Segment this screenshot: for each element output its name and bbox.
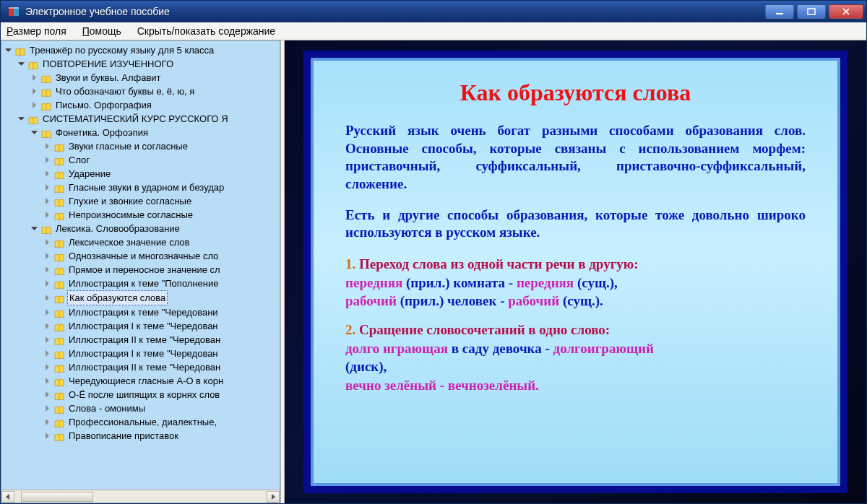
tree-label: Иллюстрация к теме "Пополнение [67, 277, 220, 290]
tree-item[interactable]: Слова - омонимы [43, 401, 280, 415]
tree-item[interactable]: Как образуются слова [43, 290, 280, 305]
maximize-button[interactable] [797, 4, 826, 19]
book-icon [15, 46, 25, 55]
h-scrollbar[interactable] [1, 490, 280, 503]
expand-icon[interactable] [30, 129, 38, 136]
menu-toggle[interactable]: Скрыть/показать содержание [137, 25, 275, 37]
tree-item[interactable]: Непроизносимые согласные [43, 208, 280, 222]
menu-help[interactable]: Помощь [82, 25, 121, 37]
expand-icon[interactable] [43, 432, 51, 440]
expand-icon[interactable] [30, 87, 38, 95]
tree-item[interactable]: Звуки и буквы. Алфавит [30, 71, 280, 84]
expand-icon[interactable] [17, 60, 25, 68]
expand-icon[interactable] [43, 404, 51, 412]
minimize-button[interactable] [765, 4, 794, 19]
book-icon [54, 294, 64, 303]
expand-icon[interactable] [43, 156, 51, 164]
scroll-right-button[interactable] [267, 491, 280, 503]
book-icon [54, 432, 64, 440]
tree-label: Непроизносимые согласные [67, 208, 194, 222]
tree-item[interactable]: Иллюстрация I к теме "Чередован [43, 319, 280, 333]
tree-item[interactable]: Профессиональные, диалектные, [43, 415, 280, 429]
expand-icon[interactable] [43, 183, 51, 191]
content-pane: Как образуются слова Русский язык очень … [285, 40, 866, 503]
tree-branch[interactable]: Фонетика. Орфоэпия [30, 126, 280, 139]
expand-icon[interactable] [43, 197, 51, 205]
tree-item[interactable]: Глухие и звонкие согласные [43, 194, 280, 208]
scroll-thumb[interactable] [21, 492, 93, 502]
menubar: Размер поля Помощь Скрыть/показать содер… [1, 22, 866, 40]
tree-item[interactable]: Иллюстрация к теме "Чередовани [43, 305, 280, 319]
tree-item[interactable]: Лексическое значение слов [43, 235, 280, 249]
expand-icon[interactable] [43, 238, 51, 246]
expand-icon[interactable] [43, 252, 51, 260]
tree-label: Как образуются слова [67, 290, 168, 305]
tree-item[interactable]: Прямое и переносное значение сл [43, 263, 280, 277]
tree-item[interactable]: Правописание приставок [43, 429, 280, 443]
tree-item[interactable]: Однозначные и многозначные сло [43, 249, 280, 263]
tree-item[interactable]: Иллюстрация II к теме "Чередован [43, 360, 280, 374]
tree-label: Чередующиеся гласные А-О в корн [67, 374, 225, 388]
tree-item[interactable]: Чередующиеся гласные А-О в корн [43, 374, 280, 388]
book-icon [41, 225, 51, 233]
expand-icon[interactable] [43, 279, 51, 287]
expand-icon[interactable] [30, 225, 38, 233]
tree-label: Слова - омонимы [67, 401, 147, 415]
toc-tree[interactable]: Тренажёр по русскому языку для 5 классаП… [1, 41, 280, 490]
book-icon [41, 74, 51, 82]
scroll-track[interactable] [15, 491, 266, 503]
tree-branch[interactable]: ПОВТОРЕНИЕ ИЗУЧЕННОГО [17, 57, 280, 71]
expand-icon[interactable] [30, 74, 38, 82]
book-icon [54, 142, 64, 151]
expand-icon[interactable] [43, 294, 51, 302]
expand-icon[interactable] [30, 101, 38, 109]
tree-item[interactable]: Иллюстрация II к теме "Чередован [43, 333, 280, 347]
book-icon [54, 391, 64, 399]
book-icon [54, 349, 64, 358]
book-icon [54, 238, 64, 247]
expand-icon[interactable] [43, 308, 51, 316]
tree-label: Лексика. Словообразование [54, 222, 181, 235]
tree-item[interactable]: Иллюстрация I к теме "Чередован [43, 347, 280, 360]
tree-label: Глухие и звонкие согласные [67, 194, 193, 208]
expand-icon[interactable] [43, 418, 51, 426]
tree-item[interactable]: Звуки гласные и согласные [43, 139, 280, 153]
book-icon [54, 308, 64, 317]
svg-rect-4 [808, 9, 815, 14]
book-icon [54, 404, 64, 413]
book-icon [54, 336, 64, 344]
expand-icon[interactable] [43, 363, 51, 371]
expand-icon[interactable] [43, 336, 51, 344]
expand-icon[interactable] [43, 170, 51, 178]
book-icon [41, 129, 51, 137]
tree-branch[interactable]: СИСТЕМАТИЧЕСКИЙ КУРС РУССКОГО Я [17, 112, 280, 126]
book-icon [28, 115, 38, 123]
expand-icon[interactable] [43, 391, 51, 399]
app-icon [8, 5, 21, 18]
expand-icon[interactable] [43, 266, 51, 274]
tree-item[interactable]: Что обозначают буквы е, ё, ю, я [30, 84, 280, 98]
titlebar[interactable]: Электронное учебное пособие [1, 1, 866, 22]
tree-item[interactable]: Письмо. Орфография [30, 98, 280, 112]
expand-icon[interactable] [43, 142, 51, 150]
tree-branch[interactable]: Лексика. Словообразование [30, 222, 280, 235]
expand-icon[interactable] [17, 115, 25, 123]
tree-item[interactable]: О-Ё после шипящих в корнях слов [43, 388, 280, 401]
expand-icon[interactable] [43, 322, 51, 330]
menu-size[interactable]: Размер поля [7, 25, 66, 37]
expand-icon[interactable] [43, 349, 51, 357]
book-icon [54, 183, 64, 192]
expand-icon[interactable] [4, 46, 12, 54]
book-icon [54, 279, 64, 288]
tree-item[interactable]: Ударение [43, 167, 280, 181]
tree-item[interactable]: Гласные звуки в ударном и безудар [43, 181, 280, 194]
tree-item[interactable]: Иллюстрация к теме "Пополнение [43, 277, 280, 290]
tree-branch[interactable]: Тренажёр по русскому языку для 5 класса [4, 43, 280, 57]
scroll-left-button[interactable] [1, 491, 14, 503]
tree-label: СИСТЕМАТИЧЕСКИЙ КУРС РУССКОГО Я [41, 112, 230, 126]
close-button[interactable] [829, 4, 863, 19]
expand-icon[interactable] [43, 211, 51, 219]
window-buttons [765, 4, 863, 19]
expand-icon[interactable] [43, 377, 51, 385]
tree-item[interactable]: Слог [43, 153, 280, 167]
